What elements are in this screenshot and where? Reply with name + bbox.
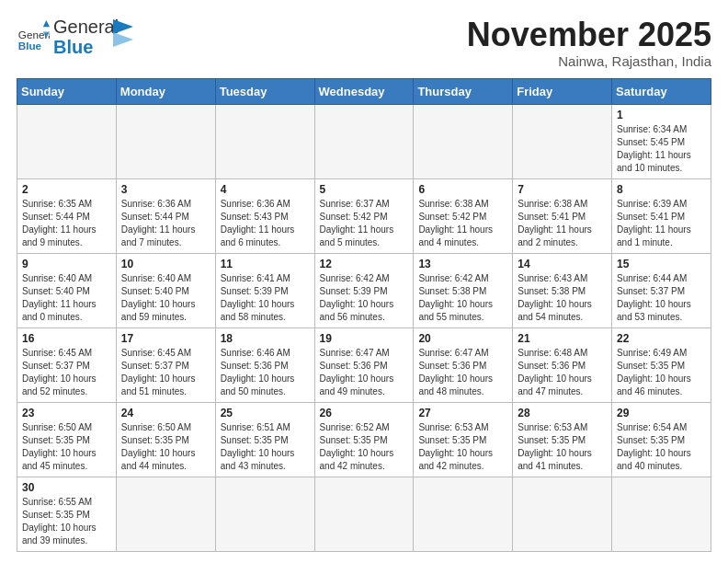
calendar-cell: [215, 104, 314, 178]
day-number: 30: [22, 481, 111, 494]
day-number: 20: [418, 332, 507, 345]
day-number: 8: [617, 183, 706, 196]
day-number: 1: [617, 109, 706, 121]
title-block: November 2025 Nainwa, Rajasthan, India: [467, 17, 711, 69]
month-title: November 2025: [467, 17, 711, 53]
cell-info: Sunrise: 6:55 AM Sunset: 5:35 PM Dayligh…: [22, 496, 111, 547]
cell-info: Sunrise: 6:39 AM Sunset: 5:41 PM Dayligh…: [617, 198, 706, 249]
calendar-table: SundayMondayTuesdayWednesdayThursdayFrid…: [17, 78, 711, 552]
calendar-cell: [513, 477, 612, 551]
cell-info: Sunrise: 6:46 AM Sunset: 5:36 PM Dayligh…: [221, 347, 310, 398]
page-header: General Blue General Blue November 2025 …: [17, 17, 711, 69]
calendar-cell: 15Sunrise: 6:44 AM Sunset: 5:37 PM Dayli…: [612, 253, 711, 327]
calendar-cell: [116, 104, 215, 178]
day-number: 6: [418, 183, 507, 196]
cell-info: Sunrise: 6:47 AM Sunset: 5:36 PM Dayligh…: [320, 347, 409, 398]
day-number: 29: [617, 407, 706, 419]
day-number: 14: [518, 258, 607, 270]
calendar-cell: 4Sunrise: 6:36 AM Sunset: 5:43 PM Daylig…: [215, 178, 314, 253]
cell-info: Sunrise: 6:40 AM Sunset: 5:40 PM Dayligh…: [22, 272, 111, 324]
calendar-cell: [414, 104, 513, 178]
day-number: 9: [22, 258, 111, 270]
logo-icon: General Blue: [17, 20, 50, 53]
calendar-cell: 23Sunrise: 6:50 AM Sunset: 5:35 PM Dayli…: [17, 402, 117, 477]
logo: General Blue General Blue: [17, 17, 133, 57]
calendar-cell: 17Sunrise: 6:45 AM Sunset: 5:37 PM Dayli…: [116, 327, 215, 402]
cell-info: Sunrise: 6:44 AM Sunset: 5:37 PM Dayligh…: [617, 272, 706, 324]
calendar-cell: 6Sunrise: 6:38 AM Sunset: 5:42 PM Daylig…: [414, 178, 513, 253]
day-number: 23: [22, 407, 111, 419]
cell-info: Sunrise: 6:53 AM Sunset: 5:35 PM Dayligh…: [418, 421, 507, 473]
calendar-cell: [17, 104, 117, 178]
svg-text:Blue: Blue: [18, 40, 42, 52]
cell-info: Sunrise: 6:36 AM Sunset: 5:44 PM Dayligh…: [121, 198, 210, 249]
calendar-cell: 19Sunrise: 6:47 AM Sunset: 5:36 PM Dayli…: [314, 327, 414, 402]
cell-info: Sunrise: 6:54 AM Sunset: 5:35 PM Dayligh…: [617, 421, 706, 473]
calendar-cell: 30Sunrise: 6:55 AM Sunset: 5:35 PM Dayli…: [17, 477, 117, 551]
cell-info: Sunrise: 6:52 AM Sunset: 5:35 PM Dayligh…: [320, 421, 409, 473]
svg-marker-5: [113, 32, 133, 47]
calendar-cell: 27Sunrise: 6:53 AM Sunset: 5:35 PM Dayli…: [414, 402, 513, 477]
cell-info: Sunrise: 6:36 AM Sunset: 5:43 PM Dayligh…: [221, 198, 310, 249]
calendar-cell: 8Sunrise: 6:39 AM Sunset: 5:41 PM Daylig…: [612, 178, 711, 253]
day-number: 10: [121, 258, 210, 270]
calendar-cell: 29Sunrise: 6:54 AM Sunset: 5:35 PM Dayli…: [612, 402, 711, 477]
day-number: 7: [518, 183, 607, 196]
calendar-cell: 13Sunrise: 6:42 AM Sunset: 5:38 PM Dayli…: [414, 253, 513, 327]
calendar-cell: [314, 104, 414, 178]
svg-marker-4: [113, 19, 133, 34]
cell-info: Sunrise: 6:42 AM Sunset: 5:38 PM Dayligh…: [418, 272, 507, 324]
calendar-cell: 11Sunrise: 6:41 AM Sunset: 5:39 PM Dayli…: [215, 253, 314, 327]
calendar-cell: 2Sunrise: 6:35 AM Sunset: 5:44 PM Daylig…: [17, 178, 117, 253]
day-number: 3: [121, 183, 210, 196]
weekday-header-friday: Friday: [513, 78, 612, 104]
svg-marker-2: [43, 20, 50, 27]
location-subtitle: Nainwa, Rajasthan, India: [467, 53, 711, 69]
calendar-cell: [612, 477, 711, 551]
calendar-cell: 18Sunrise: 6:46 AM Sunset: 5:36 PM Dayli…: [215, 327, 314, 402]
cell-info: Sunrise: 6:45 AM Sunset: 5:37 PM Dayligh…: [22, 347, 111, 398]
calendar-body: 1Sunrise: 6:34 AM Sunset: 5:45 PM Daylig…: [17, 104, 711, 551]
day-number: 28: [518, 407, 607, 419]
day-number: 2: [22, 183, 111, 196]
calendar-cell: [116, 477, 215, 551]
day-number: 15: [617, 258, 706, 270]
calendar-cell: 7Sunrise: 6:38 AM Sunset: 5:41 PM Daylig…: [513, 178, 612, 253]
day-number: 4: [221, 183, 310, 196]
cell-info: Sunrise: 6:38 AM Sunset: 5:41 PM Dayligh…: [518, 198, 607, 249]
day-number: 22: [617, 332, 706, 345]
logo-triangle: [113, 19, 133, 47]
cell-info: Sunrise: 6:38 AM Sunset: 5:42 PM Dayligh…: [418, 198, 507, 249]
calendar-week-5: 23Sunrise: 6:50 AM Sunset: 5:35 PM Dayli…: [17, 402, 711, 477]
weekday-header-monday: Monday: [116, 78, 215, 104]
cell-info: Sunrise: 6:48 AM Sunset: 5:36 PM Dayligh…: [518, 347, 607, 398]
cell-info: Sunrise: 6:37 AM Sunset: 5:42 PM Dayligh…: [320, 198, 409, 249]
calendar-cell: [414, 477, 513, 551]
cell-info: Sunrise: 6:35 AM Sunset: 5:44 PM Dayligh…: [22, 198, 111, 249]
cell-info: Sunrise: 6:40 AM Sunset: 5:40 PM Dayligh…: [121, 272, 210, 324]
day-number: 5: [320, 183, 409, 196]
weekday-header-tuesday: Tuesday: [215, 78, 314, 104]
calendar-week-2: 2Sunrise: 6:35 AM Sunset: 5:44 PM Daylig…: [17, 178, 711, 253]
logo-text-line2: Blue: [53, 37, 119, 57]
cell-info: Sunrise: 6:50 AM Sunset: 5:35 PM Dayligh…: [22, 421, 111, 473]
cell-info: Sunrise: 6:47 AM Sunset: 5:36 PM Dayligh…: [418, 347, 507, 398]
weekday-header-saturday: Saturday: [612, 78, 711, 104]
calendar-cell: 25Sunrise: 6:51 AM Sunset: 5:35 PM Dayli…: [215, 402, 314, 477]
day-number: 24: [121, 407, 210, 419]
day-number: 12: [320, 258, 409, 270]
calendar-cell: [314, 477, 414, 551]
cell-info: Sunrise: 6:51 AM Sunset: 5:35 PM Dayligh…: [221, 421, 310, 473]
calendar-cell: 21Sunrise: 6:48 AM Sunset: 5:36 PM Dayli…: [513, 327, 612, 402]
calendar-cell: 1Sunrise: 6:34 AM Sunset: 5:45 PM Daylig…: [612, 104, 711, 178]
day-number: 25: [221, 407, 310, 419]
cell-info: Sunrise: 6:50 AM Sunset: 5:35 PM Dayligh…: [121, 421, 210, 473]
day-number: 19: [320, 332, 409, 345]
calendar-cell: 20Sunrise: 6:47 AM Sunset: 5:36 PM Dayli…: [414, 327, 513, 402]
calendar-cell: 26Sunrise: 6:52 AM Sunset: 5:35 PM Dayli…: [314, 402, 414, 477]
weekday-header-sunday: Sunday: [17, 78, 117, 104]
day-number: 21: [518, 332, 607, 345]
cell-info: Sunrise: 6:43 AM Sunset: 5:38 PM Dayligh…: [518, 272, 607, 324]
calendar-week-3: 9Sunrise: 6:40 AM Sunset: 5:40 PM Daylig…: [17, 253, 711, 327]
calendar-week-1: 1Sunrise: 6:34 AM Sunset: 5:45 PM Daylig…: [17, 104, 711, 178]
